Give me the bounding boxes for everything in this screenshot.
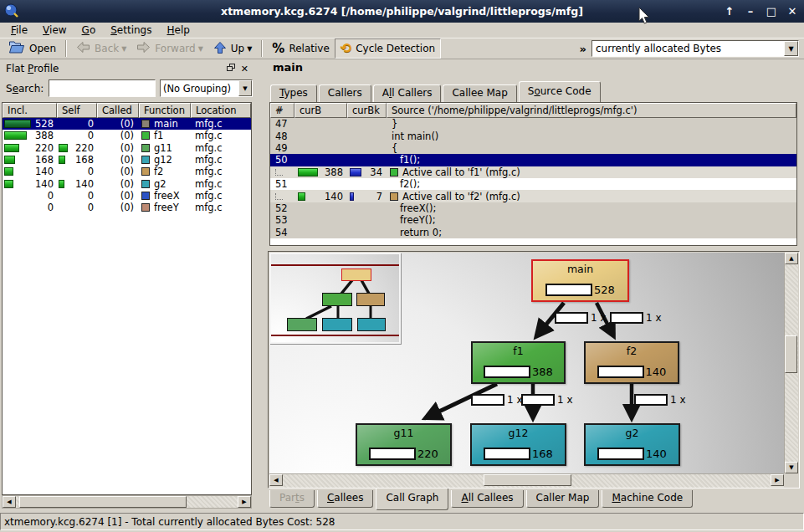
up-dropdown-icon[interactable]: ▼ [247,45,252,53]
graph-node-g12[interactable]: g12 168 [470,423,566,466]
status-text: xtmemory.kcg.6274 [1] - Total currently … [4,516,335,528]
source-line[interactable]: 54 return 0; [270,227,796,238]
tab-machine-code[interactable]: Machine Code [602,490,693,508]
menu-help[interactable]: Help [159,23,197,38]
scroll-thumb[interactable] [484,474,571,486]
toolbar-overflow-icon[interactable]: » [580,43,586,55]
graph-node-g2[interactable]: g2 140 [584,423,680,466]
table-row[interactable]: 220 220 (0) g11 mfg.c [3,142,251,154]
menu-view[interactable]: View [35,23,74,38]
back-dropdown-icon[interactable]: ▼ [121,45,126,53]
graph-vscrollbar[interactable]: ▲ ▼ [784,253,798,473]
source-line[interactable]: 51 f2(); [270,178,796,190]
graph-node-g11[interactable]: g11 220 [356,423,452,466]
cost-bar [59,156,65,164]
source-line[interactable]: 48 int main() [270,130,796,141]
flat-profile-table: Incl. Self Called Function Location 528 … [2,102,252,495]
minimap-node-f2 [356,293,385,306]
scroll-thumb[interactable] [785,335,797,373]
source-line[interactable]: 53 freeY(); [270,214,796,226]
graph-hscrollbar[interactable]: ◀ ▶ [269,473,784,488]
table-row[interactable]: 140 0 (0) f2 mfg.c [3,166,251,177]
menu-bar: File View Go Settings Help [0,23,804,38]
col-function[interactable]: Function [139,103,191,118]
col-called[interactable]: Called [97,103,139,118]
float-icon[interactable] [227,63,236,74]
col-location[interactable]: Location [191,103,251,118]
toolbar-separator [65,40,67,57]
cycle-detection-button[interactable]: ⟲ Cycle Detection [335,38,441,59]
table-row[interactable]: 168 168 (0) g12 mfg.c [3,154,251,166]
source-code-table: # curB curBk Source ('/home/philippe/val… [269,102,797,246]
cost-bar [597,366,644,378]
up-button[interactable]: Up ▼ [208,38,258,59]
col-curb[interactable]: curB [294,103,347,118]
scroll-up-icon[interactable]: ▲ [785,253,798,264]
grouping-selector[interactable]: (No Grouping) ▼ [160,79,253,97]
curbk-bar [350,168,361,176]
table-header: Incl. Self Called Function Location [3,103,251,118]
scroll-right-icon[interactable]: ▶ [771,474,784,486]
graph-node-f2[interactable]: f2 140 [584,341,679,384]
forward-button[interactable]: Forward ▼ [131,38,207,59]
graph-overview-minimap[interactable] [269,253,401,344]
scroll-down-icon[interactable]: ▼ [785,462,798,473]
combo-arrow-icon[interactable]: ▼ [784,41,798,56]
menu-go[interactable]: Go [74,23,104,38]
col-incl[interactable]: Incl. [3,103,57,118]
tab-types[interactable]: Types [270,84,317,102]
back-button[interactable]: Back ▼ [71,38,131,59]
tab-caller-map[interactable]: Caller Map [526,490,600,508]
minimize-button[interactable]: – [744,5,757,18]
dock-close-icon[interactable]: ✕ [241,64,248,74]
source-line-selected[interactable]: 50 f1(); [270,154,796,166]
tab-all-callees[interactable]: All Callees [451,490,523,508]
col-curbk[interactable]: curBk [347,103,387,118]
minimap-node-g12 [322,318,352,331]
col-source[interactable]: Source ('/home/philippe/valgrind/littlep… [387,103,796,118]
combo-arrow-icon[interactable]: ▼ [238,80,252,96]
menu-settings[interactable]: Settings [103,23,159,38]
curb-bar [298,168,318,176]
table-row[interactable]: 528 0 (0) main mfg.c [3,118,251,130]
tab-all-callers[interactable]: All Callers [373,84,442,102]
active-call-line[interactable]: 388 34 Active call to 'f1' (mfg.c) [270,166,796,178]
source-line[interactable]: 52 freeX(); [270,202,796,214]
col-self[interactable]: Self [57,103,97,118]
close-button[interactable]: ✕ [786,5,799,18]
table-row[interactable]: 0 0 (0) freeY mfg.c [3,202,251,213]
tab-callee-map[interactable]: Callee Map [443,84,516,102]
function-color-swatch [141,180,150,188]
tab-callers[interactable]: Callers [319,84,371,102]
source-line[interactable]: 49 { [270,142,796,154]
col-line-number[interactable]: # [270,103,294,118]
call-graph-canvas[interactable]: main 528 f1 388 f2 140 g11 220 g12 168 [269,253,784,473]
scroll-right-icon[interactable]: ▶ [238,496,251,508]
maximize-button[interactable]: □ [765,5,778,18]
event-type-selector[interactable]: currently allocated Bytes ▼ [591,40,799,57]
table-row[interactable]: 0 0 (0) freeX mfg.c [3,190,251,202]
shade-button[interactable]: ↑ [723,5,736,18]
tab-callees[interactable]: Callees [317,490,373,508]
menu-file[interactable]: File [3,23,35,38]
source-line[interactable]: 47 } [270,118,796,130]
relative-button[interactable]: % Relative [267,38,334,59]
graph-node-f1[interactable]: f1 388 [471,341,566,384]
tab-source-code[interactable]: Source Code [519,81,601,102]
flat-profile-hscrollbar[interactable]: ◀ ▶ [2,495,252,509]
scroll-thumb[interactable] [19,496,187,508]
tab-call-graph[interactable]: Call Graph [376,489,448,510]
search-input[interactable] [49,79,156,97]
active-call-line[interactable]: 140 7 Active call to 'f2' (mfg.c) [270,190,796,202]
cost-bar [484,448,530,460]
table-row[interactable]: 388 0 (0) f1 mfg.c [3,130,251,141]
function-color-swatch [141,167,150,176]
source-header: # curB curBk Source ('/home/philippe/val… [270,103,796,118]
open-button[interactable]: Open [3,38,61,59]
graph-node-main[interactable]: main 528 [531,259,629,302]
scroll-left-icon[interactable]: ◀ [269,474,283,486]
table-row[interactable]: 140 140 (0) g2 mfg.c [3,177,251,189]
scrollbar-corner [784,473,798,488]
scroll-left-icon[interactable]: ◀ [3,496,16,508]
forward-dropdown-icon[interactable]: ▼ [198,45,203,53]
